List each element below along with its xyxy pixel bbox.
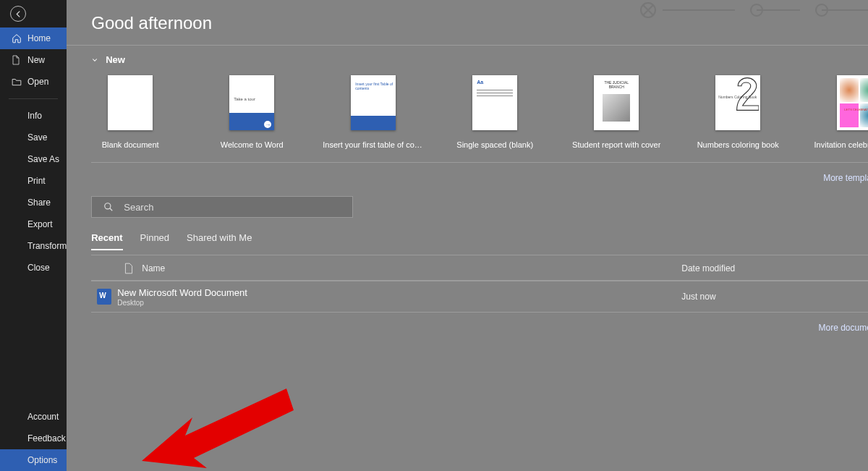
thumb-text: LET'S CELEBRATE — [844, 108, 868, 111]
thumb-text: Take a tour — [234, 97, 255, 101]
sidebar-item-info[interactable]: Info — [0, 105, 67, 127]
decorative-circuit-icon — [619, 0, 868, 43]
table-header-row: Name Date modified — [91, 255, 868, 281]
thumb-text: THE JUDICIAL BRANCH — [600, 81, 633, 89]
sidebar-item-label: Close — [27, 263, 50, 273]
sidebar-item-label: New — [27, 55, 45, 65]
sidebar-item-label: Save As — [27, 154, 59, 164]
template-numbers-coloring[interactable]: Numbers Coloring Book Numbers coloring b… — [703, 75, 773, 149]
sidebar-item-account[interactable]: Account — [0, 406, 67, 428]
file-type-icon — [91, 289, 117, 305]
more-documents-label: More documents — [819, 323, 868, 333]
search-input[interactable] — [124, 202, 345, 213]
tab-shared-with-me[interactable]: Shared with Me — [187, 232, 252, 250]
new-doc-icon — [12, 55, 26, 65]
sidebar-item-share[interactable]: Share — [0, 192, 67, 213]
template-thumbnail: Aa — [472, 75, 517, 130]
sidebar-item-feedback[interactable]: Feedback — [0, 428, 67, 449]
recent-files-table: Name Date modified New Microsoft Word Do… — [91, 255, 868, 313]
template-student-report[interactable]: THE JUDICIAL BRANCH Student report with … — [582, 75, 651, 149]
sidebar-bottom-nav: Account Feedback Options — [0, 406, 67, 471]
search-box[interactable] — [91, 196, 353, 218]
sidebar-item-label: Home — [27, 33, 51, 43]
template-thumbnail: THE JUDICIAL BRANCH — [594, 75, 639, 130]
sidebar-item-save-as[interactable]: Save As — [0, 148, 67, 170]
doc-column-icon — [116, 263, 142, 274]
template-thumbnail: Numbers Coloring Book — [715, 75, 760, 130]
new-section-toggle[interactable]: New — [91, 54, 868, 65]
template-caption: Single spaced (blank) — [456, 140, 533, 149]
more-templates-link[interactable]: More templates → — [823, 173, 868, 183]
new-section-title: New — [106, 54, 125, 65]
template-single-spaced[interactable]: Aa Single spaced (blank) — [460, 75, 529, 149]
template-thumbnail — [108, 75, 153, 130]
template-caption: Student report with cover — [572, 140, 660, 149]
tab-recent[interactable]: Recent — [91, 232, 122, 250]
sidebar-item-label: Account — [27, 412, 59, 422]
thumb-text: Aa — [477, 80, 483, 85]
template-blank-document[interactable]: Blank document — [95, 75, 165, 149]
template-caption: Insert your first table of con... — [323, 140, 424, 149]
file-name: New Microsoft Word Document — [117, 287, 681, 298]
number-two-icon — [736, 77, 759, 123]
sidebar-item-label: Feedback — [27, 433, 66, 444]
thumb-text: Insert your first Table of contents — [355, 82, 396, 90]
sidebar-item-label: Open — [27, 77, 48, 87]
template-thumbnail: LET'S CELEBRATE — [837, 75, 868, 130]
sidebar-item-label: Share — [27, 198, 51, 208]
backstage-sidebar: Home New Open Info Save Save As Print Sh… — [0, 0, 67, 471]
sidebar-item-label: Export — [27, 219, 53, 229]
sidebar-primary-nav: Home New Open — [0, 27, 67, 93]
recent-tabs: Recent Pinned Shared with Me — [91, 232, 868, 250]
main-panel: Good afternoon New Blank document Take a… — [67, 0, 868, 471]
svg-point-4 — [105, 203, 111, 209]
sidebar-item-open[interactable]: Open — [0, 71, 67, 93]
sidebar-item-home[interactable]: Home — [0, 27, 67, 49]
sidebar-item-print[interactable]: Print — [0, 170, 67, 192]
template-invitation-card[interactable]: LET'S CELEBRATE Invitation celebration c… — [825, 75, 868, 149]
sidebar-item-label: Transform — [27, 241, 67, 251]
sidebar-item-transform[interactable]: Transform — [0, 235, 67, 257]
sidebar-item-label: Info — [27, 111, 42, 121]
column-date-header[interactable]: Date modified — [681, 263, 868, 273]
annotation-arrow-icon — [142, 352, 301, 471]
sidebar-item-options[interactable]: Options — [0, 449, 67, 471]
template-caption: Blank document — [102, 140, 159, 149]
back-arrow-icon — [14, 10, 22, 18]
more-documents-link[interactable]: More documents → — [819, 323, 868, 333]
sidebar-item-save[interactable]: Save — [0, 127, 67, 148]
chevron-down-icon — [91, 56, 98, 64]
column-header-label: Name — [142, 263, 681, 273]
sidebar-item-new[interactable]: New — [0, 49, 67, 71]
search-icon — [103, 202, 114, 212]
template-welcome-to-word[interactable]: Take a tour Welcome to Word — [217, 75, 286, 149]
template-thumbnail: Take a tour — [229, 75, 274, 130]
sidebar-separator — [9, 98, 58, 99]
column-header-label: Date modified — [681, 263, 735, 273]
template-gallery: Blank document Take a tour Welcome to Wo… — [91, 75, 868, 163]
back-button[interactable] — [10, 6, 26, 22]
more-templates-label: More templates — [823, 173, 868, 183]
sidebar-item-export[interactable]: Export — [0, 213, 67, 235]
tab-pinned[interactable]: Pinned — [140, 232, 169, 250]
sidebar-item-label: Print — [27, 176, 46, 186]
svg-marker-5 — [142, 389, 294, 468]
template-caption: Numbers coloring book — [697, 140, 779, 149]
template-thumbnail: Insert your first Table of contents — [351, 75, 396, 130]
sidebar-secondary-nav: Info Save Save As Print Share Export Tra… — [0, 105, 67, 279]
sidebar-item-label: Save — [27, 132, 47, 143]
arrow-right-icon — [264, 121, 271, 128]
column-name-header[interactable]: Name — [142, 263, 681, 273]
template-caption: Welcome to Word — [221, 140, 284, 149]
home-icon — [12, 33, 26, 43]
template-caption: Invitation celebration card — [814, 140, 868, 149]
template-table-of-contents[interactable]: Insert your first Table of contents Inse… — [339, 75, 408, 149]
file-date-modified: Just now — [681, 292, 868, 302]
table-row[interactable]: New Microsoft Word Document Desktop Just… — [91, 281, 868, 313]
sidebar-item-close[interactable]: Close — [0, 257, 67, 279]
sidebar-item-label: Options — [27, 455, 57, 465]
open-folder-icon — [12, 77, 26, 86]
word-doc-icon — [97, 289, 111, 305]
file-location: Desktop — [117, 299, 681, 307]
